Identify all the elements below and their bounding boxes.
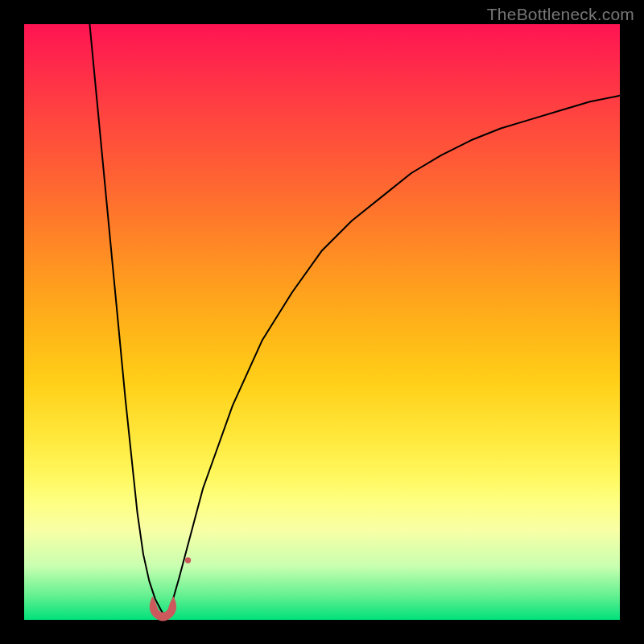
watermark-text: TheBottleneck.com xyxy=(487,5,634,24)
outer-frame: TheBottleneck.com xyxy=(0,0,644,644)
curve-layer xyxy=(24,24,620,620)
marker-valley-blob xyxy=(150,597,176,621)
plot-area xyxy=(24,24,620,620)
marker-right-dot xyxy=(185,557,191,563)
curve-right-branch xyxy=(167,96,620,620)
curve-left-branch xyxy=(89,24,167,620)
